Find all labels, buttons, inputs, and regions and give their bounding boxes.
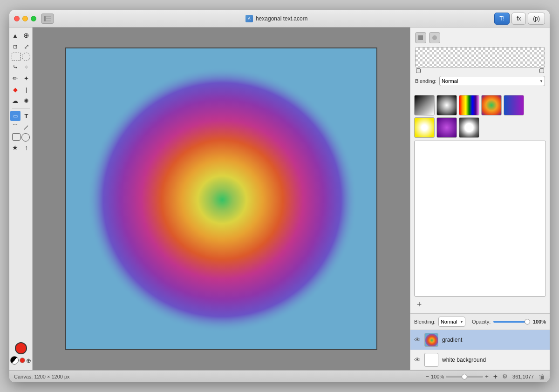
- empty-swatch-area: [414, 141, 546, 297]
- titlebar-center: A hexagonal text.acorn: [59, 15, 494, 22]
- transform-tool[interactable]: ⤢: [21, 41, 32, 52]
- secondary-color[interactable]: [20, 358, 25, 363]
- gradient-stop-left[interactable]: [416, 68, 421, 73]
- fullscreen-button[interactable]: [31, 16, 36, 21]
- swatch-radial-color[interactable]: [481, 95, 502, 115]
- star-tool[interactable]: ★: [10, 142, 20, 153]
- opacity-slider[interactable]: [493, 321, 530, 323]
- zoom-control: − 100% +: [425, 373, 488, 380]
- left-toolbar: ▲ ⊕ ⊡ ⤢ ⤷ ⁘ ✏ ✦ ◆ |: [9, 27, 33, 370]
- sharpen-tool[interactable]: ✺: [21, 95, 32, 106]
- eye-icon-gradient[interactable]: 👁: [414, 336, 421, 344]
- canvas: [65, 47, 377, 350]
- tool-group-3: [12, 53, 30, 61]
- close-button[interactable]: [14, 16, 20, 21]
- layer-name-white-bg: white background: [442, 357, 486, 363]
- file-icon: A: [245, 15, 253, 22]
- fill-square-button[interactable]: [415, 32, 426, 43]
- pen-tool[interactable]: |: [21, 84, 32, 95]
- settings-button[interactable]: ⚙: [502, 373, 508, 380]
- layers-section: Blending: Normal ▼ Opacity: 100%: [410, 313, 550, 370]
- smudge-tool[interactable]: ☁: [10, 95, 20, 106]
- svg-rect-3: [46, 20, 51, 21]
- layers-blending-select[interactable]: Normal: [438, 317, 465, 327]
- delete-layer-button[interactable]: 🗑: [539, 373, 545, 380]
- rect-select-tool[interactable]: [12, 53, 21, 61]
- canvas-svg: [66, 48, 377, 350]
- panel-top: Blending: Normal Multiply Screen Overlay: [410, 27, 550, 91]
- tool-group-7: ☁ ✺: [10, 95, 32, 106]
- layers-tool-button[interactable]: T!: [494, 13, 510, 25]
- ellipse2-tool[interactable]: [21, 133, 30, 142]
- titlebar: A hexagonal text.acorn T! fx (p): [9, 10, 550, 27]
- svg-rect-0: [44, 16, 46, 21]
- canvas-area[interactable]: [33, 27, 410, 370]
- tool-group-10: [12, 133, 30, 142]
- zoom-out-button[interactable]: −: [425, 373, 429, 380]
- swatch-radial-white2[interactable]: [459, 117, 479, 138]
- blending-select-wrap: Normal Multiply Screen Overlay: [439, 76, 545, 86]
- add-filter-button[interactable]: +: [414, 299, 424, 310]
- fill-type-row: [415, 32, 545, 43]
- tool-group-8: ▭ T: [10, 111, 32, 121]
- opacity-label: Opacity:: [472, 319, 491, 324]
- add-layer-button[interactable]: +: [493, 372, 498, 381]
- layer-item-white-bg[interactable]: 👁 white background: [410, 350, 550, 370]
- tool-group-11: ★ ↑: [10, 142, 32, 153]
- spray-tool[interactable]: ✦: [21, 73, 32, 83]
- main-content: ▲ ⊕ ⊡ ⤢ ⤷ ⁘ ✏ ✦ ◆ |: [9, 27, 550, 370]
- canvas-info: Canvas: 1200 × 1200 px: [14, 374, 70, 379]
- black-white-color[interactable]: [10, 356, 19, 365]
- fill-tool[interactable]: ◆: [10, 84, 20, 95]
- polygon-select-tool[interactable]: ⁘: [21, 62, 32, 72]
- rect2-tool[interactable]: [12, 133, 20, 141]
- minimize-button[interactable]: [22, 16, 28, 21]
- arrow-up-tool[interactable]: ↑: [21, 142, 32, 153]
- blending-select[interactable]: Normal Multiply Screen Overlay: [439, 76, 545, 86]
- fx-tool-button[interactable]: fx: [511, 13, 526, 25]
- layers-blending-label: Blending:: [414, 319, 436, 324]
- paint-tool[interactable]: ✏: [10, 73, 20, 83]
- rect-shape-tool[interactable]: ▭: [10, 111, 20, 121]
- layer-item-gradient[interactable]: 👁 gradient: [410, 330, 550, 350]
- ellipse-select-tool[interactable]: [22, 53, 30, 61]
- right-panel: Blending: Normal Multiply Screen Overlay: [410, 27, 550, 370]
- tool-group-1: ▲ ⊕: [10, 30, 32, 41]
- primary-color-picker[interactable]: [15, 342, 27, 354]
- layer-thumb-white-bg: [424, 353, 438, 367]
- crop-tool[interactable]: ⊡: [10, 41, 20, 52]
- window-title: hexagonal text.acorn: [256, 15, 307, 22]
- tool-group-4: ⤷ ⁘: [10, 62, 32, 72]
- fill-circle-button[interactable]: [429, 32, 440, 43]
- eye-icon-white-bg[interactable]: 👁: [414, 356, 421, 364]
- gradient-preview[interactable]: [415, 47, 545, 68]
- zoom-thumb: [462, 374, 467, 379]
- coordinates: 361,1077: [512, 374, 534, 379]
- swatch-purple[interactable]: [436, 117, 457, 138]
- color-misc: ⊕: [10, 356, 31, 365]
- sidebar-toggle-button[interactable]: [41, 14, 54, 24]
- svg-rect-2: [46, 18, 51, 19]
- gradient-preview-container: [415, 47, 545, 73]
- lasso-tool[interactable]: ⤷: [10, 62, 20, 72]
- swatch-radial-white[interactable]: [436, 95, 457, 115]
- swatch-blue-purple[interactable]: [504, 95, 524, 115]
- p-tool-button[interactable]: (p): [528, 13, 545, 25]
- tool-group-2: ⊡ ⤢: [10, 41, 32, 52]
- zoom-in-button[interactable]: +: [485, 373, 489, 380]
- svg-rect-1: [46, 16, 51, 17]
- zoom-slider[interactable]: [446, 376, 483, 378]
- color-zoom[interactable]: ⊕: [26, 357, 31, 364]
- gradient-stop-right[interactable]: [539, 68, 544, 73]
- layer-name-gradient: gradient: [442, 337, 462, 343]
- bezier-tool[interactable]: ⌒: [10, 122, 20, 132]
- line-tool[interactable]: |: [19, 120, 34, 134]
- blending-opacity-row: Blending: Normal ▼ Opacity: 100%: [410, 314, 550, 330]
- swatch-rainbow[interactable]: [459, 95, 479, 115]
- zoom-value: 100%: [431, 374, 444, 379]
- swatch-yellow[interactable]: [414, 117, 435, 138]
- text-tool[interactable]: T: [21, 111, 32, 121]
- zoom-tool[interactable]: ⊕: [21, 30, 32, 41]
- arrow-tool[interactable]: ▲: [10, 30, 20, 41]
- swatch-dark-gradient[interactable]: [414, 95, 435, 115]
